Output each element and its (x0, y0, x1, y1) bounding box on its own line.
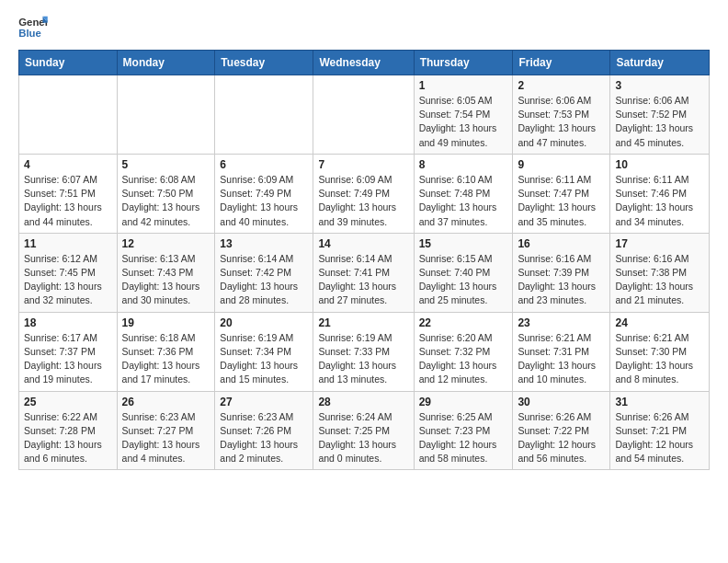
day-info: Sunrise: 6:10 AMSunset: 7:48 PMDaylight:… (419, 173, 508, 229)
day-number: 4 (24, 158, 112, 171)
calendar-cell: 29Sunrise: 6:25 AMSunset: 7:23 PMDayligh… (414, 391, 513, 470)
calendar-cell: 5Sunrise: 6:08 AMSunset: 7:50 PMDaylight… (117, 154, 215, 233)
calendar-cell: 13Sunrise: 6:14 AMSunset: 7:42 PMDayligh… (215, 233, 313, 312)
header: General Blue (18, 15, 710, 40)
day-number: 20 (220, 316, 308, 329)
day-info: Sunrise: 6:15 AMSunset: 7:40 PMDaylight:… (419, 252, 508, 308)
calendar-cell (117, 75, 215, 155)
day-info: Sunrise: 6:18 AMSunset: 7:36 PMDaylight:… (122, 331, 210, 387)
calendar-week-row: 25Sunrise: 6:22 AMSunset: 7:28 PMDayligh… (19, 391, 710, 470)
day-info: Sunrise: 6:05 AMSunset: 7:54 PMDaylight:… (419, 94, 508, 150)
calendar-cell: 26Sunrise: 6:23 AMSunset: 7:27 PMDayligh… (117, 391, 215, 470)
day-info: Sunrise: 6:06 AMSunset: 7:53 PMDaylight:… (518, 94, 605, 150)
day-number: 17 (615, 237, 704, 250)
day-info: Sunrise: 6:21 AMSunset: 7:30 PMDaylight:… (615, 331, 704, 387)
calendar-cell: 21Sunrise: 6:19 AMSunset: 7:33 PMDayligh… (313, 312, 414, 391)
calendar-cell: 25Sunrise: 6:22 AMSunset: 7:28 PMDayligh… (19, 391, 118, 470)
calendar-week-row: 18Sunrise: 6:17 AMSunset: 7:37 PMDayligh… (19, 312, 710, 391)
day-info: Sunrise: 6:09 AMSunset: 7:49 PMDaylight:… (220, 173, 308, 229)
day-info: Sunrise: 6:14 AMSunset: 7:41 PMDaylight:… (318, 252, 408, 308)
day-number: 22 (419, 316, 508, 329)
day-number: 29 (419, 396, 508, 408)
weekday-header-saturday: Saturday (610, 51, 710, 75)
calendar-cell: 2Sunrise: 6:06 AMSunset: 7:53 PMDaylight… (513, 75, 610, 155)
calendar-cell: 4Sunrise: 6:07 AMSunset: 7:51 PMDaylight… (19, 154, 118, 233)
day-number: 1 (419, 79, 508, 92)
calendar-cell: 19Sunrise: 6:18 AMSunset: 7:36 PMDayligh… (117, 312, 215, 391)
calendar-cell: 8Sunrise: 6:10 AMSunset: 7:48 PMDaylight… (414, 154, 513, 233)
day-info: Sunrise: 6:11 AMSunset: 7:46 PMDaylight:… (615, 173, 704, 229)
day-info: Sunrise: 6:19 AMSunset: 7:34 PMDaylight:… (220, 331, 308, 387)
calendar-cell: 18Sunrise: 6:17 AMSunset: 7:37 PMDayligh… (19, 312, 118, 391)
calendar-cell: 15Sunrise: 6:15 AMSunset: 7:40 PMDayligh… (414, 233, 513, 312)
day-number: 14 (318, 237, 408, 250)
day-number: 27 (220, 396, 308, 408)
day-number: 16 (518, 237, 605, 250)
day-info: Sunrise: 6:17 AMSunset: 7:37 PMDaylight:… (24, 331, 112, 387)
day-info: Sunrise: 6:24 AMSunset: 7:25 PMDaylight:… (318, 410, 408, 466)
day-info: Sunrise: 6:21 AMSunset: 7:31 PMDaylight:… (518, 331, 605, 387)
day-number: 5 (122, 158, 210, 171)
calendar-cell (313, 75, 414, 155)
day-info: Sunrise: 6:25 AMSunset: 7:23 PMDaylight:… (419, 410, 508, 466)
day-number: 13 (220, 237, 308, 250)
calendar-cell: 12Sunrise: 6:13 AMSunset: 7:43 PMDayligh… (117, 233, 215, 312)
logo: General Blue (18, 15, 48, 40)
calendar-week-row: 1Sunrise: 6:05 AMSunset: 7:54 PMDaylight… (19, 75, 710, 155)
day-number: 25 (24, 396, 112, 408)
weekday-header-tuesday: Tuesday (215, 51, 313, 75)
calendar-cell: 28Sunrise: 6:24 AMSunset: 7:25 PMDayligh… (313, 391, 414, 470)
day-info: Sunrise: 6:23 AMSunset: 7:27 PMDaylight:… (122, 410, 210, 466)
day-info: Sunrise: 6:19 AMSunset: 7:33 PMDaylight:… (318, 331, 408, 387)
calendar-cell: 1Sunrise: 6:05 AMSunset: 7:54 PMDaylight… (414, 75, 513, 155)
day-number: 28 (318, 396, 408, 408)
calendar-week-row: 11Sunrise: 6:12 AMSunset: 7:45 PMDayligh… (19, 233, 710, 312)
calendar-cell: 23Sunrise: 6:21 AMSunset: 7:31 PMDayligh… (513, 312, 610, 391)
day-number: 6 (220, 158, 308, 171)
calendar-cell: 7Sunrise: 6:09 AMSunset: 7:49 PMDaylight… (313, 154, 414, 233)
day-info: Sunrise: 6:12 AMSunset: 7:45 PMDaylight:… (24, 252, 112, 308)
day-info: Sunrise: 6:11 AMSunset: 7:47 PMDaylight:… (518, 173, 605, 229)
weekday-header-monday: Monday (117, 51, 215, 75)
day-info: Sunrise: 6:22 AMSunset: 7:28 PMDaylight:… (24, 410, 112, 466)
day-number: 23 (518, 316, 605, 329)
day-number: 10 (615, 158, 704, 171)
calendar-cell: 11Sunrise: 6:12 AMSunset: 7:45 PMDayligh… (19, 233, 118, 312)
day-info: Sunrise: 6:09 AMSunset: 7:49 PMDaylight:… (318, 173, 408, 229)
calendar-cell: 30Sunrise: 6:26 AMSunset: 7:22 PMDayligh… (513, 391, 610, 470)
calendar-cell: 17Sunrise: 6:16 AMSunset: 7:38 PMDayligh… (610, 233, 710, 312)
calendar-cell: 14Sunrise: 6:14 AMSunset: 7:41 PMDayligh… (313, 233, 414, 312)
day-info: Sunrise: 6:23 AMSunset: 7:26 PMDaylight:… (220, 410, 308, 466)
calendar-cell: 10Sunrise: 6:11 AMSunset: 7:46 PMDayligh… (610, 154, 710, 233)
day-info: Sunrise: 6:06 AMSunset: 7:52 PMDaylight:… (615, 94, 704, 150)
day-number: 12 (122, 237, 210, 250)
calendar-cell: 31Sunrise: 6:26 AMSunset: 7:21 PMDayligh… (610, 391, 710, 470)
calendar-cell: 3Sunrise: 6:06 AMSunset: 7:52 PMDaylight… (610, 75, 710, 155)
day-info: Sunrise: 6:20 AMSunset: 7:32 PMDaylight:… (419, 331, 508, 387)
day-number: 30 (518, 396, 605, 408)
day-info: Sunrise: 6:14 AMSunset: 7:42 PMDaylight:… (220, 252, 308, 308)
day-info: Sunrise: 6:16 AMSunset: 7:38 PMDaylight:… (615, 252, 704, 308)
calendar-table: SundayMondayTuesdayWednesdayThursdayFrid… (18, 50, 710, 470)
day-number: 3 (615, 79, 704, 92)
calendar-cell: 9Sunrise: 6:11 AMSunset: 7:47 PMDaylight… (513, 154, 610, 233)
calendar-week-row: 4Sunrise: 6:07 AMSunset: 7:51 PMDaylight… (19, 154, 710, 233)
day-number: 31 (615, 396, 704, 408)
day-number: 8 (419, 158, 508, 171)
calendar-cell: 22Sunrise: 6:20 AMSunset: 7:32 PMDayligh… (414, 312, 513, 391)
day-number: 24 (615, 316, 704, 329)
weekday-header-sunday: Sunday (19, 51, 118, 75)
day-number: 7 (318, 158, 408, 171)
day-info: Sunrise: 6:26 AMSunset: 7:22 PMDaylight:… (518, 410, 605, 466)
calendar-cell (215, 75, 313, 155)
calendar-cell: 6Sunrise: 6:09 AMSunset: 7:49 PMDaylight… (215, 154, 313, 233)
day-info: Sunrise: 6:16 AMSunset: 7:39 PMDaylight:… (518, 252, 605, 308)
day-number: 18 (24, 316, 112, 329)
day-info: Sunrise: 6:07 AMSunset: 7:51 PMDaylight:… (24, 173, 112, 229)
day-number: 2 (518, 79, 605, 92)
calendar-cell: 24Sunrise: 6:21 AMSunset: 7:30 PMDayligh… (610, 312, 710, 391)
day-info: Sunrise: 6:08 AMSunset: 7:50 PMDaylight:… (122, 173, 210, 229)
weekday-header-friday: Friday (513, 51, 610, 75)
calendar-cell (19, 75, 118, 155)
day-number: 9 (518, 158, 605, 171)
